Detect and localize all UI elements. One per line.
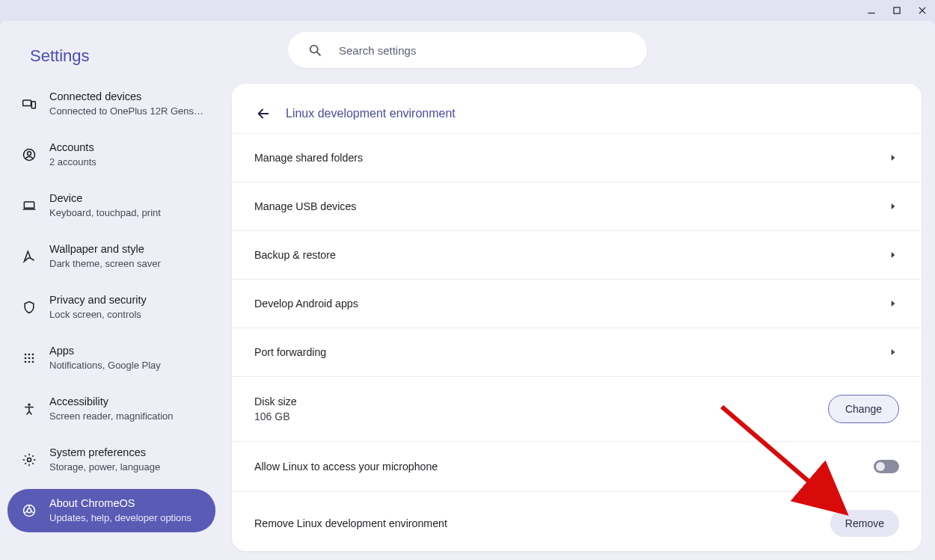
chevron-right-icon — [887, 152, 899, 164]
sidebar-item-wallpaper[interactable]: Wallpaper and style Dark theme, screen s… — [7, 235, 215, 278]
row-mic-access: Allow Linux to access your microphone — [232, 442, 922, 492]
search-input[interactable] — [339, 44, 640, 57]
row-label: Manage shared folders — [254, 152, 363, 164]
row-shared-folders[interactable]: Manage shared folders — [232, 134, 922, 182]
row-disk-size: Disk size 106 GB Change — [232, 377, 922, 442]
mic-toggle[interactable] — [874, 460, 899, 473]
search-icon — [307, 43, 322, 58]
sidebar-item-sublabel: Updates, help, developer options — [49, 511, 191, 525]
svg-point-16 — [28, 357, 31, 360]
sidebar-item-sublabel: Storage, power, language — [49, 461, 160, 474]
svg-point-19 — [28, 361, 31, 363]
sidebar-item-privacy[interactable]: Privacy and security Lock screen, contro… — [7, 286, 215, 329]
row-port-forwarding[interactable]: Port forwarding — [232, 328, 922, 377]
sidebar-item-apps[interactable]: Apps Notifications, Google Play — [7, 336, 215, 380]
svg-point-4 — [310, 46, 318, 53]
sidebar-item-sublabel: Connected to OnePlus 12R Gens… — [49, 105, 203, 118]
page-header: Linux development environment — [232, 84, 922, 133]
row-usb-devices[interactable]: Manage USB devices — [232, 182, 922, 231]
sidebar-item-label: Connected devices — [49, 90, 203, 105]
sidebar-item-sublabel: Lock screen, controls — [49, 308, 147, 321]
sidebar-item-sublabel: 2 accounts — [49, 156, 96, 169]
sidebar-item-label: Apps — [49, 344, 161, 359]
row-remove-linux: Remove Linux development environment Rem… — [232, 492, 922, 551]
svg-rect-6 — [23, 100, 31, 106]
laptop-icon — [21, 197, 37, 214]
svg-point-15 — [25, 357, 27, 360]
chevron-right-icon — [887, 249, 899, 261]
svg-rect-10 — [24, 202, 34, 208]
row-label: Allow Linux to access your microphone — [254, 461, 438, 473]
sidebar-item-label: Wallpaper and style — [49, 242, 161, 257]
account-icon — [21, 147, 37, 163]
chevron-right-icon — [887, 346, 899, 358]
svg-point-17 — [32, 357, 34, 360]
sidebar: Settings Connected devices Connected to … — [0, 24, 229, 560]
sidebar-item-accessibility[interactable]: Accessibility Screen reader, magnificati… — [7, 387, 215, 431]
svg-rect-1 — [894, 7, 900, 13]
row-label: Manage USB devices — [254, 200, 356, 212]
apps-icon — [21, 350, 37, 366]
row-label: Backup & restore — [254, 249, 336, 261]
sidebar-item-sublabel: Keyboard, touchpad, print — [49, 206, 161, 220]
accessibility-icon — [21, 401, 37, 417]
svg-point-18 — [25, 361, 27, 363]
svg-point-20 — [32, 361, 34, 363]
chrome-icon — [21, 502, 37, 519]
remove-button[interactable]: Remove — [830, 510, 899, 537]
sidebar-item-label: Device — [49, 191, 161, 206]
sidebar-item-sublabel: Dark theme, screen saver — [49, 257, 161, 271]
page-title: Linux development environment — [286, 107, 456, 120]
gear-icon — [21, 452, 37, 468]
nav-list: Connected devices Connected to OnePlus 1… — [0, 82, 229, 532]
sidebar-item-about[interactable]: About ChromeOS Updates, help, developer … — [7, 489, 215, 532]
svg-point-21 — [28, 404, 30, 406]
row-android-apps[interactable]: Develop Android apps — [232, 280, 922, 328]
row-label: Disk size — [254, 396, 297, 407]
window-maximize-button[interactable] — [890, 4, 904, 17]
style-icon — [21, 248, 37, 265]
row-backup-restore[interactable]: Backup & restore — [232, 231, 922, 280]
sidebar-item-system-prefs[interactable]: System preferences Storage, power, langu… — [7, 438, 215, 481]
devices-icon — [21, 96, 37, 112]
svg-point-12 — [25, 354, 27, 356]
sidebar-item-label: Privacy and security — [49, 293, 147, 308]
svg-point-9 — [28, 152, 31, 156]
sidebar-item-label: Accessibility — [49, 395, 173, 410]
sidebar-item-sublabel: Notifications, Google Play — [49, 359, 161, 372]
svg-point-24 — [27, 508, 31, 512]
chevron-right-icon — [887, 200, 899, 212]
svg-rect-7 — [31, 102, 35, 108]
sidebar-item-accounts[interactable]: Accounts 2 accounts — [7, 133, 215, 176]
chevron-right-icon — [887, 298, 899, 310]
app-shell: Settings Connected devices Connected to … — [0, 21, 935, 560]
row-label: Develop Android apps — [254, 298, 358, 310]
svg-point-14 — [32, 354, 34, 356]
back-button[interactable] — [254, 105, 272, 123]
sidebar-item-label: About ChromeOS — [49, 496, 191, 511]
window-close-button[interactable] — [916, 4, 929, 17]
window-minimize-button[interactable] — [865, 4, 878, 17]
disk-size-value: 106 GB — [254, 410, 297, 422]
app-title: Settings — [0, 24, 229, 82]
sidebar-item-sublabel: Screen reader, magnification — [49, 410, 173, 423]
row-label: Port forwarding — [254, 346, 326, 358]
row-label: Remove Linux development environment — [254, 517, 447, 529]
sidebar-item-label: Accounts — [49, 141, 96, 156]
main-panel: Linux development environment Manage sha… — [232, 84, 922, 551]
sidebar-item-connected-devices[interactable]: Connected devices Connected to OnePlus 1… — [7, 82, 215, 126]
sidebar-item-label: System preferences — [49, 446, 160, 461]
search-bar[interactable] — [288, 32, 647, 68]
settings-list: Manage shared folders Manage USB devices… — [232, 133, 922, 551]
sidebar-item-device[interactable]: Device Keyboard, touchpad, print — [7, 184, 215, 227]
shield-icon — [21, 299, 37, 316]
svg-point-13 — [28, 354, 31, 356]
change-disk-button[interactable]: Change — [828, 395, 899, 423]
window-title-bar — [0, 0, 935, 21]
svg-line-5 — [317, 52, 321, 56]
svg-point-22 — [28, 458, 31, 462]
